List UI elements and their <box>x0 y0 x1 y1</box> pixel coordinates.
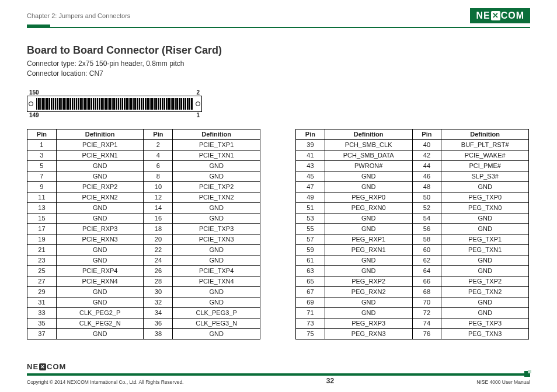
definition-cell: PEG_RXN1 <box>325 244 412 255</box>
pin-cell: 75 <box>296 328 325 339</box>
pin-cell: 69 <box>296 297 325 307</box>
definition-cell: PCIE_TXN2 <box>173 192 260 202</box>
pin-cell: 58 <box>412 234 441 244</box>
th-pin: Pin <box>296 129 325 139</box>
definition-cell: PEG_TXN0 <box>441 202 529 213</box>
table-row: 23GND24GND <box>27 255 260 265</box>
table-row: 51PEG_RXN052PEG_TXN0 <box>296 202 529 213</box>
definition-cell: PWRON# <box>325 160 412 171</box>
definition-cell: GND <box>325 265 412 276</box>
pin-cell: 53 <box>296 213 325 223</box>
definition-cell: GND <box>325 223 412 234</box>
table-row: 45GND46SLP_S3# <box>296 171 529 181</box>
definition-cell: GND <box>441 265 529 276</box>
table-row: 47GND48GND <box>296 181 529 192</box>
definition-cell: PCIE_TXN3 <box>173 234 260 244</box>
definition-cell: GND <box>441 307 529 318</box>
definition-cell: GND <box>173 297 260 307</box>
pin-cell: 27 <box>27 276 57 286</box>
pin-cell: 8 <box>144 171 173 181</box>
pin-cell: 1 <box>27 139 57 150</box>
pin-cell: 30 <box>144 286 173 297</box>
pin-cell: 52 <box>412 202 441 213</box>
table-row: 19PCIE_RXN320PCIE_TXN3 <box>27 234 260 244</box>
pin-cell: 40 <box>412 139 441 150</box>
definition-cell: CLK_PEG3_P <box>173 307 260 318</box>
definition-cell: PCI_PME# <box>441 160 529 171</box>
pin-cell: 76 <box>412 328 441 339</box>
pin-cell: 74 <box>412 318 441 328</box>
definition-cell: GND <box>441 223 529 234</box>
pin-cell: 62 <box>412 255 441 265</box>
pin-cell: 11 <box>27 192 57 202</box>
definition-cell: PEG_RXN3 <box>325 328 412 339</box>
definition-cell: PCIE_RXN2 <box>56 192 144 202</box>
th-pin: Pin <box>144 129 173 139</box>
table-row: 69GND70GND <box>296 297 529 307</box>
pin-cell: 37 <box>27 328 57 339</box>
table-row: 37GND38GND <box>27 328 260 339</box>
definition-cell: GND <box>173 255 260 265</box>
pin-label-2: 2 <box>196 89 200 96</box>
pin-cell: 33 <box>27 307 57 318</box>
definition-cell: PEG_RXP0 <box>325 192 412 202</box>
pin-cell: 31 <box>27 297 57 307</box>
table-row: 61GND62GND <box>296 255 529 265</box>
definition-cell: GND <box>441 181 529 192</box>
th-definition: Definition <box>325 129 412 139</box>
pin-cell: 36 <box>144 318 173 328</box>
definition-cell: GND <box>56 213 144 223</box>
pin-cell: 60 <box>412 244 441 255</box>
definition-cell: GND <box>173 286 260 297</box>
table-row: 39PCH_SMB_CLK40BUF_PLT_RST# <box>296 139 529 150</box>
pin-cell: 29 <box>27 286 57 297</box>
pin-cell: 50 <box>412 192 441 202</box>
definition-cell: PEG_TXP2 <box>441 276 529 286</box>
definition-cell: GND <box>173 328 260 339</box>
definition-cell: PEG_RXN0 <box>325 202 412 213</box>
copyright-text: Copyright © 2014 NEXCOM International Co… <box>27 379 183 385</box>
definition-cell: PCIE_RXP1 <box>56 139 144 150</box>
definition-cell: GND <box>56 160 144 171</box>
definition-cell: GND <box>325 181 412 192</box>
pin-cell: 25 <box>27 265 57 276</box>
definition-cell: SLP_S3# <box>441 171 529 181</box>
pin-cell: 35 <box>27 318 57 328</box>
pin-cell: 12 <box>144 192 173 202</box>
definition-cell: BUF_PLT_RST# <box>441 139 529 150</box>
table-row: 29GND30GND <box>27 286 260 297</box>
table-row: 1PCIE_RXP12PCIE_TXP1 <box>27 139 260 150</box>
table-row: 43PWRON#44PCI_PME# <box>296 160 529 171</box>
pin-cell: 10 <box>144 181 173 192</box>
pin-cell: 56 <box>412 223 441 234</box>
table-row: 9PCIE_RXP210PCIE_TXP2 <box>27 181 260 192</box>
definition-cell: PCIE_RXP4 <box>56 265 144 276</box>
pin-cell: 47 <box>296 181 325 192</box>
definition-cell: PEG_RXN2 <box>325 286 412 297</box>
definition-cell: CLK_PEG3_N <box>173 318 260 328</box>
table-row: 41PCH_SMB_DATA42PCIE_WAKE# <box>296 150 529 160</box>
pin-cell: 28 <box>144 276 173 286</box>
definition-cell: GND <box>173 171 260 181</box>
table-row: 67PEG_RXN268PEG_TXN2 <box>296 286 529 297</box>
pin-cell: 15 <box>27 213 57 223</box>
table-row: 25PCIE_RXP426PCIE_TXP4 <box>27 265 260 276</box>
pin-cell: 2 <box>144 139 173 150</box>
definition-cell: PCIE_TXP3 <box>173 223 260 234</box>
pin-cell: 6 <box>144 160 173 171</box>
definition-cell: GND <box>173 160 260 171</box>
definition-cell: GND <box>56 297 144 307</box>
definition-cell: PCIE_RXN1 <box>56 150 144 160</box>
definition-cell: GND <box>173 202 260 213</box>
definition-cell: GND <box>441 213 529 223</box>
table-row: 3PCIE_RXN14PCIE_TXN1 <box>27 150 260 160</box>
pin-cell: 24 <box>144 255 173 265</box>
definition-cell: CLK_PEG2_N <box>56 318 144 328</box>
pin-cell: 18 <box>144 223 173 234</box>
pin-cell: 66 <box>412 276 441 286</box>
pin-cell: 72 <box>412 307 441 318</box>
definition-cell: PCIE_TXP1 <box>173 139 260 150</box>
definition-cell: CLK_PEG2_P <box>56 307 144 318</box>
pin-cell: 3 <box>27 150 57 160</box>
definition-cell: PEG_RXP2 <box>325 276 412 286</box>
